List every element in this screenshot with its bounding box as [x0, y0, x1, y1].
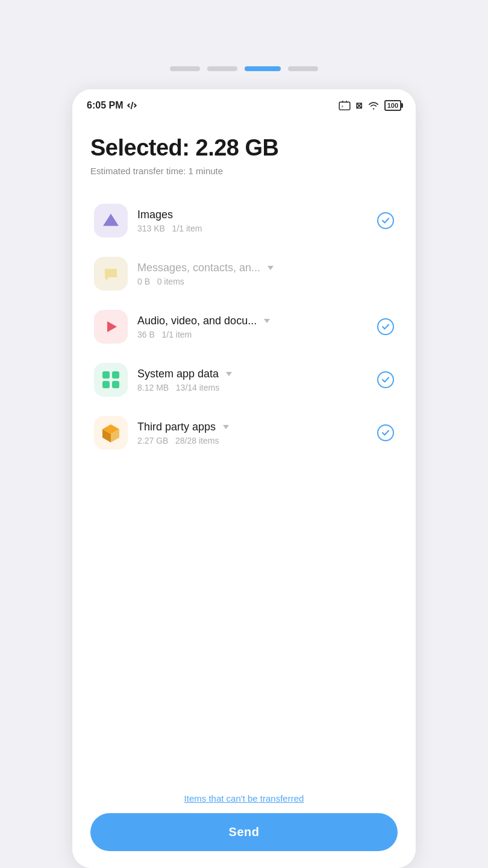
status-time: 6:05 PM: [87, 100, 137, 111]
svg-rect-10: [112, 381, 119, 388]
bottom-area: Items that can't be transferred Send: [72, 784, 416, 868]
estimated-time: Estimated transfer time: 1 minute: [90, 166, 398, 176]
svg-marker-4: [103, 213, 119, 225]
list-item[interactable]: Images 313 KB 1/1 item: [90, 195, 398, 246]
audio-info: Audio, video, and docu... 36 B 1/1 item: [137, 315, 368, 339]
system-name: System app data: [137, 368, 368, 380]
audio-name: Audio, video, and docu...: [137, 315, 368, 327]
system-meta: 8.12 MB 13/14 items: [137, 383, 368, 392]
indicator-3[interactable]: [245, 66, 281, 71]
system-info: System app data 8.12 MB 13/14 items: [137, 368, 368, 392]
svg-marker-5: [105, 277, 108, 281]
svg-rect-8: [112, 371, 119, 379]
audio-meta: 36 B 1/1 item: [137, 330, 368, 339]
check-svg: [381, 322, 390, 331]
audio-icon: [102, 318, 119, 335]
system-icon: [100, 369, 122, 391]
thirdparty-chevron: [223, 425, 229, 429]
messages-name: Messages, contacts, an...: [137, 262, 368, 274]
main-content: Selected: 2.28 GB Estimated transfer tim…: [72, 117, 416, 784]
check-svg: [381, 429, 390, 437]
messages-chevron: [267, 266, 274, 270]
thirdparty-icon-wrap: [94, 416, 128, 450]
battery-level: 100: [387, 102, 398, 109]
list-item[interactable]: System app data 8.12 MB 13/14 items: [90, 354, 398, 405]
images-icon-wrap: [94, 204, 128, 237]
system-chevron: [226, 372, 232, 376]
selected-title: Selected: 2.28 GB: [90, 135, 398, 161]
system-icon-wrap: [94, 363, 128, 397]
images-meta: 313 KB 1/1 item: [137, 224, 368, 233]
indicator-4[interactable]: [288, 66, 318, 71]
transfer-list: Images 313 KB 1/1 item: [90, 195, 398, 458]
audio-check[interactable]: [377, 318, 394, 335]
transfer-icon: [127, 100, 137, 111]
indicator-2[interactable]: [207, 66, 237, 71]
screenshot-x-icon: ⊠: [355, 101, 363, 110]
list-item[interactable]: Messages, contacts, an... 0 B 0 items: [90, 248, 398, 299]
thirdparty-meta: 2.27 GB 28/28 items: [137, 436, 368, 445]
thirdparty-name: Third party apps: [137, 421, 368, 433]
messages-icon: [102, 265, 119, 282]
send-button[interactable]: Send: [90, 813, 398, 851]
messages-check[interactable]: [377, 265, 394, 282]
svg-rect-9: [102, 381, 110, 388]
messages-info: Messages, contacts, an... 0 B 0 items: [137, 262, 368, 286]
status-icons: × ⊠ 100: [339, 100, 401, 111]
cant-transfer-link[interactable]: Items that can't be transferred: [184, 793, 304, 804]
images-info: Images 313 KB 1/1 item: [137, 209, 368, 233]
check-svg: [381, 376, 390, 384]
time-label: 6:05 PM: [87, 100, 123, 111]
thirdparty-info: Third party apps 2.27 GB 28/28 items: [137, 421, 368, 445]
list-item[interactable]: Third party apps 2.27 GB 28/28 items: [90, 407, 398, 458]
images-name: Images: [137, 209, 368, 221]
phone-card: 6:05 PM × ⊠ 100: [72, 89, 416, 868]
audio-icon-wrap: [94, 310, 128, 344]
messages-meta: 0 B 0 items: [137, 277, 368, 286]
svg-rect-7: [102, 371, 110, 379]
messages-icon-wrap: [94, 257, 128, 291]
wifi-icon: [368, 101, 380, 110]
thirdparty-icon: [100, 422, 122, 444]
status-bar: 6:05 PM × ⊠ 100: [72, 89, 416, 117]
images-icon: [101, 210, 121, 231]
check-svg: [381, 216, 390, 225]
indicator-1[interactable]: [170, 66, 200, 71]
list-item[interactable]: Audio, video, and docu... 36 B 1/1 item: [90, 301, 398, 352]
page-indicators: [170, 66, 318, 71]
svg-marker-6: [107, 321, 117, 332]
screenshot-icon: ×: [339, 101, 351, 110]
audio-chevron: [264, 319, 270, 323]
svg-text:×: ×: [341, 104, 343, 108]
battery-icon: 100: [384, 100, 401, 111]
system-check[interactable]: [377, 371, 394, 388]
images-check[interactable]: [377, 212, 394, 229]
thirdparty-check[interactable]: [377, 424, 394, 441]
